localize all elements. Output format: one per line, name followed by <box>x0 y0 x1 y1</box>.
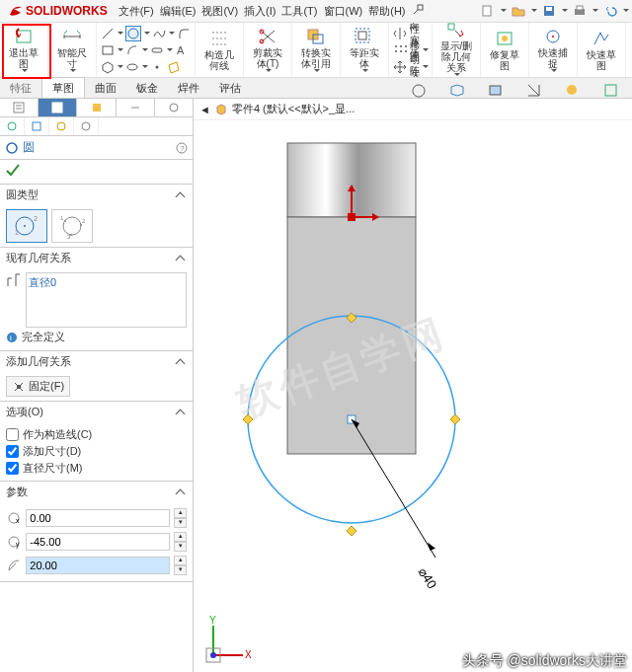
ptab-display[interactable] <box>155 99 193 116</box>
polygon-icon[interactable] <box>101 60 115 74</box>
ellipse-icon[interactable] <box>125 60 139 74</box>
opt-construction[interactable]: 作为构造线(C) <box>6 426 187 443</box>
save-dropdown[interactable] <box>562 9 567 14</box>
convert-button[interactable]: 转换实 体引用 <box>296 25 336 74</box>
fixed-icon <box>12 380 26 394</box>
radius-input[interactable] <box>26 557 170 574</box>
display-icon[interactable] <box>478 80 513 101</box>
mirror-icon[interactable] <box>393 27 407 40</box>
tab-surface[interactable]: 曲面 <box>85 78 126 98</box>
plane-icon[interactable] <box>167 60 181 74</box>
tab-sketch[interactable]: 草图 <box>41 77 85 98</box>
spline-icon[interactable] <box>152 27 166 40</box>
cx-input[interactable] <box>26 509 170 527</box>
chevron-up-icon[interactable] <box>177 254 187 263</box>
r-up[interactable]: ▴ <box>174 556 187 565</box>
smart-dimension-button[interactable]: 智能尺 寸 <box>52 25 92 74</box>
open-icon[interactable] <box>512 4 525 18</box>
circle-center-type[interactable]: 21 <box>6 209 47 243</box>
save-icon[interactable] <box>542 4 556 18</box>
cy-up[interactable]: ▴ <box>174 532 187 542</box>
scene-icon[interactable] <box>593 80 628 101</box>
credit-watermark: 头条号 @solidworks大讲堂 <box>462 652 627 670</box>
subtab-4[interactable] <box>74 117 99 135</box>
menu-file[interactable]: 文件(F) <box>116 4 157 19</box>
exit-sketch-button[interactable]: 退出草 图 <box>4 25 43 74</box>
tab-feature[interactable]: 特征 <box>0 78 41 98</box>
opt-add-dim[interactable]: 添加尺寸(D) <box>6 443 187 460</box>
appearance-icon[interactable] <box>555 80 590 101</box>
cy-down[interactable]: ▾ <box>174 542 187 552</box>
subtab-3[interactable] <box>49 117 74 135</box>
history-back-icon[interactable]: ◄ <box>199 104 210 115</box>
pm-help-icon[interactable]: ? <box>176 142 188 154</box>
circle-icon[interactable] <box>125 26 141 41</box>
menu-help[interactable]: 帮助(H) <box>365 4 408 19</box>
menu-search-icon[interactable] <box>409 4 427 19</box>
menu-tools[interactable]: 工具(T) <box>278 4 320 19</box>
fixed-relation-button[interactable]: 固定(F) <box>6 376 70 397</box>
circle-3pt-type[interactable]: 123 <box>51 209 93 243</box>
fillet-icon[interactable] <box>177 27 191 40</box>
chevron-up-icon[interactable] <box>177 408 187 417</box>
view-triad[interactable]: Y X <box>203 616 253 665</box>
tab-evaluate[interactable]: 评估 <box>209 78 251 98</box>
part-icon <box>214 103 228 116</box>
print-icon[interactable] <box>573 4 587 18</box>
ptab-feature-tree[interactable] <box>0 99 39 116</box>
move-icon[interactable] <box>393 60 407 74</box>
undo-dropdown[interactable] <box>623 9 628 14</box>
model-view[interactable]: ⌀40 <box>194 123 628 671</box>
ptab-property-mgr[interactable] <box>39 99 77 116</box>
doc-title[interactable]: 零件4 (默认<<默认>_显... <box>232 102 355 116</box>
section-options: 选项(O) 作为构造线(C) 添加尺寸(D) 直径尺寸(M) <box>0 402 193 482</box>
line-icon[interactable] <box>101 27 115 40</box>
ptab-config[interactable] <box>77 99 116 116</box>
pattern-icon[interactable] <box>393 43 407 57</box>
print-dropdown[interactable] <box>592 9 597 14</box>
ok-icon[interactable] <box>5 163 21 179</box>
chevron-up-icon[interactable] <box>177 190 187 200</box>
open-dropdown[interactable] <box>531 9 536 14</box>
tab-sheetmetal[interactable]: 钣金 <box>126 78 168 98</box>
circle-cmd-icon <box>5 141 19 155</box>
menu-window[interactable]: 窗口(W) <box>321 4 366 19</box>
point-icon[interactable] <box>150 60 164 74</box>
repair-sketch-button[interactable]: 修复草 图 <box>485 25 524 74</box>
subtab-2[interactable] <box>25 117 49 135</box>
construct-geom-button[interactable]: 构造几 何线 <box>199 25 239 74</box>
tab-weldment[interactable]: 焊件 <box>168 78 209 98</box>
offset-button[interactable]: 等距实 体 <box>345 25 384 74</box>
menu-view[interactable]: 视图(V) <box>198 4 241 19</box>
dimension-value[interactable]: ⌀40 <box>416 564 440 591</box>
show-relations-button[interactable]: 显示/删 除几何 关系 <box>436 25 476 74</box>
slot-icon[interactable] <box>150 43 164 57</box>
subtab-1[interactable] <box>0 117 25 135</box>
new-icon[interactable] <box>481 4 495 18</box>
chevron-up-icon[interactable] <box>177 357 187 367</box>
menu-insert[interactable]: 插入(I) <box>241 4 278 19</box>
viewport[interactable]: 软件自学网 <box>194 123 632 672</box>
quick-snap-button[interactable]: 快速捕 捉 <box>533 25 573 74</box>
cx-up[interactable]: ▴ <box>174 508 187 518</box>
rect-icon[interactable] <box>101 43 115 57</box>
graphics-area[interactable]: ◄ 零件4 (默认<<默认>_显... 软件自学网 <box>194 99 632 672</box>
view-icon[interactable] <box>439 80 474 101</box>
section-icon[interactable] <box>516 80 551 101</box>
undo-icon[interactable] <box>603 4 617 18</box>
rapid-sketch-button[interactable]: 快速草 图 <box>582 25 621 74</box>
new-dropdown[interactable] <box>501 9 506 14</box>
orient-icon[interactable] <box>401 80 435 101</box>
cx-down[interactable]: ▾ <box>174 518 187 528</box>
relations-list[interactable]: 直径0 <box>26 272 187 328</box>
r-down[interactable]: ▾ <box>174 565 187 575</box>
menu-edit[interactable]: 编辑(E) <box>157 4 199 19</box>
trim-button[interactable]: 剪裁实 体(T) <box>248 25 287 74</box>
chevron-up-icon[interactable] <box>177 487 187 497</box>
svg-text:i: i <box>10 334 12 342</box>
cy-input[interactable] <box>26 533 170 551</box>
ptab-dim[interactable] <box>117 99 155 116</box>
text-icon[interactable]: A <box>175 43 189 57</box>
opt-dia-dim[interactable]: 直径尺寸(M) <box>6 460 187 477</box>
arc-icon[interactable] <box>125 43 139 57</box>
